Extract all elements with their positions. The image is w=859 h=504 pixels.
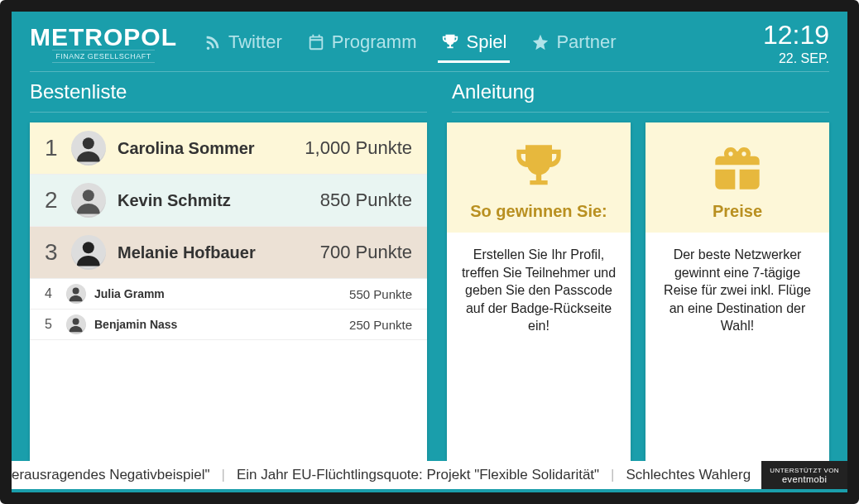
player-points: 550 Punkte (349, 287, 412, 301)
trophy-icon (441, 33, 459, 51)
svg-point-0 (83, 137, 94, 149)
rank-number: 1 (45, 135, 68, 161)
player-points: 1,000 Punkte (305, 137, 412, 159)
player-points: 700 Punkte (320, 242, 412, 263)
leaderboard: 1 Carolina Sommer 1,000 Punkte 2 Kevin S… (30, 122, 427, 461)
rank-number: 3 (45, 239, 68, 266)
card-header: So gewinnen Sie: (447, 122, 631, 233)
nav-tabs: Twitter Programm Spiel Partner (200, 20, 620, 68)
brand-subtitle: FINANZ GESELLSCHAFT (52, 50, 155, 63)
card-title: Preise (713, 202, 762, 221)
app-screen: METROPOL FINANZ GESELLSCHAFT Twitter Pro… (12, 12, 847, 492)
card-title: So gewinnen Sie: (470, 202, 607, 221)
gift-icon (711, 141, 764, 194)
svg-point-2 (83, 242, 94, 253)
avatar (71, 235, 106, 270)
leaderboard-row: 2 Kevin Schmitz 850 Punkte (30, 175, 427, 227)
rank-number: 5 (45, 317, 63, 332)
ticker-area: erausragendes Negativbeispiel" | Ein Jah… (12, 461, 847, 492)
sponsor-label: UNTERSTÜTZT VON (770, 467, 839, 474)
tab-label: Spiel (466, 31, 506, 53)
ticker-item: Ein Jahr EU-Flüchtlingsquote: Projekt "F… (237, 467, 599, 483)
player-name: Benjamin Nass (94, 318, 177, 331)
player-name: Carolina Sommer (118, 139, 255, 158)
prizes-card: Preise Der beste Netzwerker gewinnt eine… (645, 122, 829, 461)
rank-number: 4 (45, 286, 63, 301)
ticker-separator: | (221, 467, 224, 483)
svg-point-1 (83, 190, 94, 201)
svg-point-4 (73, 319, 79, 325)
tab-programm[interactable]: Programm (304, 20, 420, 68)
howto-card: So gewinnen Sie: Erstellen Sie Ihr Profi… (447, 122, 631, 461)
player-points: 250 Punkte (349, 318, 412, 332)
avatar (71, 131, 106, 166)
ticker-item: erausragendes Negativbeispiel" (12, 467, 209, 483)
svg-point-3 (73, 288, 79, 295)
clock-time: 12:19 (763, 22, 829, 48)
tab-spiel[interactable]: Spiel (438, 20, 510, 68)
tab-label: Programm (332, 31, 417, 53)
sponsor-badge: UNTERSTÜTZT VON eventmobi (761, 461, 847, 489)
leaderboard-row: 5 Benjamin Nass 250 Punkte (30, 310, 427, 340)
brand-logo: METROPOL FINANZ GESELLSCHAFT (30, 26, 177, 63)
player-name: Melanie Hofbauer (118, 243, 256, 262)
news-ticker: erausragendes Negativbeispiel" | Ein Jah… (12, 461, 847, 489)
device-frame: METROPOL FINANZ GESELLSCHAFT Twitter Pro… (0, 0, 859, 504)
rss-icon (204, 33, 222, 51)
header-bar: METROPOL FINANZ GESELLSCHAFT Twitter Pro… (12, 12, 847, 71)
tab-partner[interactable]: Partner (528, 20, 619, 68)
tab-twitter[interactable]: Twitter (200, 20, 286, 68)
section-titles: Bestenliste Anleitung (12, 72, 847, 116)
avatar (66, 314, 86, 334)
player-name: Kevin Schmitz (118, 191, 231, 210)
leaderboard-row: 4 Julia Gramm 550 Punkte (30, 279, 427, 310)
avatar (66, 284, 86, 304)
clock-date: 22. SEP. (763, 51, 829, 66)
avatar (71, 183, 106, 218)
trophy-icon (512, 141, 565, 194)
ticker-item: Schlechtes Wahlerg (626, 467, 751, 483)
calendar-icon (307, 33, 325, 51)
sponsor-brand: eventmobi (782, 474, 827, 484)
card-body: Erstellen Sie Ihr Profil, treffen Sie Te… (447, 233, 631, 348)
tab-label: Partner (556, 31, 616, 53)
ticker-separator: | (611, 467, 614, 483)
guide-title: Anleitung (452, 80, 829, 113)
clock: 12:19 22. SEP. (763, 22, 829, 66)
brand-name: METROPOL (30, 26, 177, 48)
leaderboard-row: 1 Carolina Sommer 1,000 Punkte (30, 122, 427, 175)
rank-number: 2 (45, 187, 68, 214)
leaderboard-title: Bestenliste (30, 80, 427, 113)
star-icon (531, 33, 549, 51)
card-header: Preise (645, 122, 829, 233)
tab-label: Twitter (228, 31, 282, 53)
player-points: 850 Punkte (320, 190, 412, 211)
main-content: 1 Carolina Sommer 1,000 Punkte 2 Kevin S… (12, 116, 847, 461)
card-body: Der beste Netzwerker gewinnt eine 7-tägi… (645, 233, 829, 348)
player-name: Julia Gramm (94, 287, 165, 300)
leaderboard-row: 3 Melanie Hofbauer 700 Punkte (30, 227, 427, 279)
guide-cards: So gewinnen Sie: Erstellen Sie Ihr Profi… (447, 122, 829, 461)
